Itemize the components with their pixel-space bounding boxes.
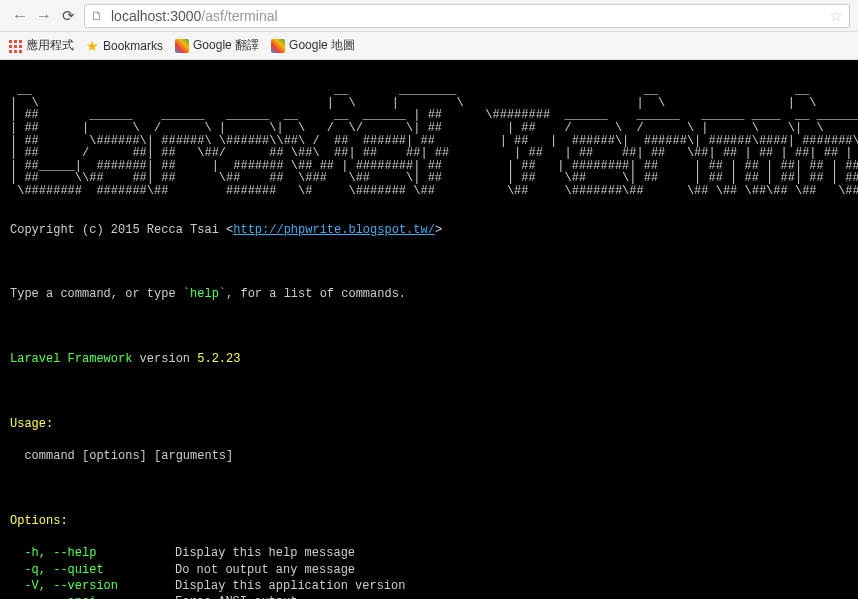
- usage-line: command [options] [arguments]: [10, 448, 848, 464]
- star-icon: ★: [86, 38, 99, 54]
- bookmark-google-translate[interactable]: Google 翻譯: [175, 37, 259, 54]
- forward-button[interactable]: →: [32, 4, 56, 28]
- option-row: -V, --versionDisplay this application ve…: [10, 578, 848, 594]
- back-button[interactable]: ←: [8, 4, 32, 28]
- type-command-hint: Type a command, or type `help`, for a li…: [10, 286, 848, 302]
- bookmarks-folder[interactable]: ★ Bookmarks: [86, 38, 163, 54]
- google-translate-label: Google 翻譯: [193, 37, 259, 54]
- option-row: --ansiForce ANSI output: [10, 594, 848, 599]
- option-row: -h, --helpDisplay this help message: [10, 545, 848, 561]
- google-icon: [175, 39, 189, 53]
- google-maps-label: Google 地圖: [289, 37, 355, 54]
- browser-nav-bar: ← → ⟳ 🗋 localhost:3000/asf/terminal ☆: [0, 0, 858, 32]
- page-icon: 🗋: [91, 9, 105, 23]
- bookmarks-bar: 應用程式 ★ Bookmarks Google 翻譯 Google 地圖: [0, 32, 858, 60]
- options-list: -h, --helpDisplay this help message -q, …: [10, 545, 848, 599]
- author-link[interactable]: http://phpwrite.blogspot.tw/: [233, 223, 435, 237]
- option-row: -q, --quietDo not output any message: [10, 562, 848, 578]
- bookmarks-label: Bookmarks: [103, 39, 163, 53]
- bookmark-star-icon[interactable]: ☆: [830, 8, 843, 24]
- url-path: /asf/terminal: [201, 8, 277, 24]
- framework-version: Laravel Framework version 5.2.23: [10, 351, 848, 367]
- google-maps-icon: [271, 39, 285, 53]
- url-host: localhost:3000: [111, 8, 201, 24]
- bookmark-google-maps[interactable]: Google 地圖: [271, 37, 355, 54]
- apps-grid-icon: [8, 39, 22, 53]
- reload-button[interactable]: ⟳: [56, 4, 80, 28]
- options-header: Options:: [10, 513, 848, 529]
- apps-button[interactable]: 應用程式: [8, 37, 74, 54]
- terminal-output[interactable]: __ __ ________ __ __ | \ | \ | \ |: [0, 60, 858, 599]
- usage-header: Usage:: [10, 416, 848, 432]
- ascii-banner: __ __ ________ __ __ | \ | \ | \ |: [10, 84, 848, 197]
- address-bar[interactable]: 🗋 localhost:3000/asf/terminal ☆: [84, 4, 850, 28]
- copyright-line: Copyright (c) 2015 Recca Tsai <http://ph…: [10, 222, 848, 238]
- apps-label: 應用程式: [26, 37, 74, 54]
